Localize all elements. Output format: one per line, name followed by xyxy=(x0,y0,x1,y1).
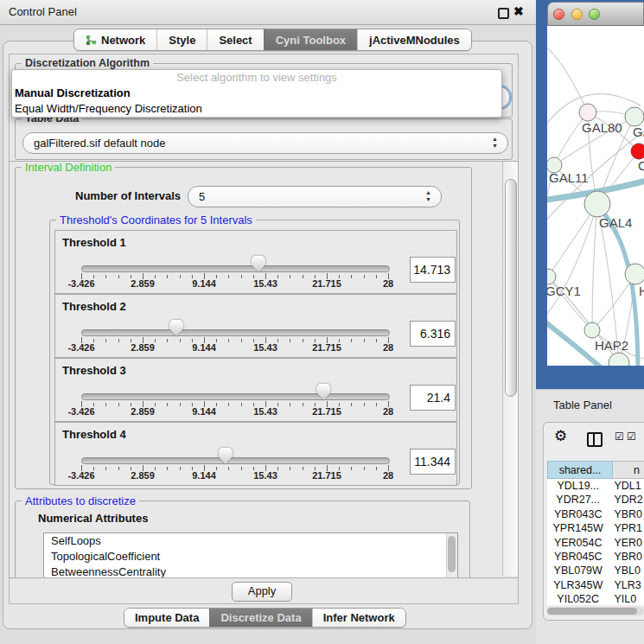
scrollbar-thumb[interactable] xyxy=(505,179,517,397)
dropdown-option-1[interactable]: Equal Width/Frequency Discretization xyxy=(12,101,501,117)
attribute-item[interactable]: BetweennessCentrality xyxy=(44,564,457,578)
tab-label: Style xyxy=(169,34,195,47)
tab-infer-network[interactable]: Infer Network xyxy=(312,609,405,627)
tick-mark xyxy=(303,339,303,342)
column-header-0[interactable]: shared... xyxy=(547,461,613,479)
attribute-item[interactable]: SelfLoops xyxy=(44,533,457,549)
zoom-traffic-light-icon[interactable] xyxy=(589,9,600,20)
numerical-attributes-list[interactable]: SelfLoopsTopologicalCoefficientBetweenne… xyxy=(43,532,458,578)
table-panel: ⚙ ☑ ☑ shared...n YDL19...YDL1YDR27...YDR… xyxy=(543,422,644,621)
table-row[interactable]: YDR27...YDR2 xyxy=(547,493,644,507)
table-header-row: shared...n xyxy=(547,461,644,479)
number-of-intervals-combobox[interactable]: 5 ▲▼ xyxy=(188,186,442,207)
tab-jactivemnodules[interactable]: jActiveMNodules xyxy=(357,29,471,50)
tab-select[interactable]: Select xyxy=(207,29,263,50)
tick-label: 28 xyxy=(383,342,393,353)
threshold-value-field[interactable]: 6.316 xyxy=(410,321,456,347)
tab-label: Discretize Data xyxy=(220,611,301,624)
threshold-panel: Threshold 4 -3.4262.8599.14415.4321.7152… xyxy=(54,422,457,486)
tick-label: 15.43 xyxy=(253,342,277,353)
threshold-value-field[interactable]: 14.713 xyxy=(410,257,456,283)
table-cell: YDR27... xyxy=(547,493,609,507)
tick-mark xyxy=(105,467,106,470)
network-node-h[interactable] xyxy=(625,264,644,284)
interval-definition-group-title: Interval Definition xyxy=(22,161,115,174)
checked-checkbox-icon[interactable]: ☑ xyxy=(627,430,636,443)
close-icon[interactable]: ✖ xyxy=(513,4,524,18)
gear-icon[interactable]: ⚙ xyxy=(554,427,567,445)
network-node-gal80[interactable] xyxy=(579,104,596,121)
network-node-ga[interactable] xyxy=(625,107,644,126)
attributes-group-title: Attributes to discretize xyxy=(22,494,139,507)
table-row[interactable]: YPR145WYPR1 xyxy=(547,521,644,535)
threshold-value-field[interactable]: 21.4 xyxy=(410,385,456,411)
network-node[interactable] xyxy=(609,353,629,366)
network-node-gcy1[interactable] xyxy=(547,269,556,284)
attributes-scrollbar[interactable] xyxy=(446,533,457,578)
table-cell: YPR1 xyxy=(609,521,644,535)
attribute-item[interactable]: TopologicalCoefficient xyxy=(44,549,457,564)
control-panel: Control Panel ✖ NetworkStyleSelectCyni T… xyxy=(0,0,536,644)
combobox-arrows-icon: ▲▼ xyxy=(491,136,499,150)
table-row[interactable]: YBR045CYBR0 xyxy=(547,550,644,564)
table-row[interactable]: YIL052CYIL0 xyxy=(547,592,644,605)
threshold-slider-track[interactable] xyxy=(81,265,390,272)
dropdown-placeholder-option[interactable]: Select algorithm to view settings xyxy=(12,70,501,86)
network-window-titlebar[interactable] xyxy=(547,2,644,26)
table-row[interactable]: YBL079WYBL0 xyxy=(547,564,644,577)
threshold-slider-handle[interactable] xyxy=(219,448,233,464)
float-window-icon[interactable] xyxy=(498,8,509,19)
network-node-gal4[interactable] xyxy=(584,191,610,217)
table-cell: YIL0 xyxy=(609,592,644,605)
network-node-c[interactable] xyxy=(631,143,644,159)
table-row[interactable]: YDL19...YDL1 xyxy=(547,479,644,493)
tick-mark xyxy=(155,339,156,342)
close-traffic-light-icon[interactable] xyxy=(553,9,564,20)
threshold-slider-handle[interactable] xyxy=(252,256,265,272)
threshold-slider-track[interactable] xyxy=(81,329,390,336)
threshold-value-field[interactable]: 11.344 xyxy=(410,449,456,475)
table-row[interactable]: YBR043CYBR0 xyxy=(547,507,644,521)
tick-label: 15.43 xyxy=(253,470,277,481)
scrollbar-thumb[interactable] xyxy=(547,608,637,615)
tick-mark xyxy=(376,339,377,342)
tick-mark xyxy=(277,275,278,278)
checked-checkbox-icon[interactable]: ☑ xyxy=(615,430,624,443)
threshold-slider-track[interactable] xyxy=(81,393,390,400)
tab-network[interactable]: Network xyxy=(74,29,156,50)
thresholds-group: Threshold's Coordinates for 5 Intervals … xyxy=(49,220,460,485)
minimize-traffic-light-icon[interactable] xyxy=(571,9,583,20)
table-cell: YER0 xyxy=(609,536,644,550)
split-columns-icon[interactable] xyxy=(587,432,603,447)
tick-mark xyxy=(351,339,352,342)
dropdown-option-0[interactable]: Manual Discretization xyxy=(12,86,501,101)
tick-mark xyxy=(180,403,181,406)
tab-style[interactable]: Style xyxy=(156,29,207,50)
table-cell: YLR345W xyxy=(547,578,609,592)
table-row[interactable]: YER054CYER0 xyxy=(547,536,644,550)
tab-cyni-toolbox[interactable]: Cyni Toolbox xyxy=(264,29,357,50)
apply-button[interactable]: Apply xyxy=(232,582,292,602)
tick-mark xyxy=(105,339,106,342)
tab-impute-data[interactable]: Impute Data xyxy=(124,609,209,627)
table-horizontal-scrollbar[interactable] xyxy=(547,607,644,615)
network-node-hap2[interactable] xyxy=(584,322,600,338)
numerical-attributes-label: Numerical Attributes xyxy=(38,512,148,525)
table-cell: YBL0 xyxy=(609,564,644,577)
tick-label: -3.426 xyxy=(67,342,94,353)
column-header-1[interactable]: n xyxy=(613,461,644,479)
tab-label: jActiveMNodules xyxy=(369,34,460,47)
main-scrollbar[interactable] xyxy=(502,162,518,576)
table-row[interactable]: YLR345WYLR3 xyxy=(547,578,644,592)
threshold-slider-handle[interactable] xyxy=(316,384,330,400)
tick-label: 2.859 xyxy=(131,406,155,417)
threshold-slider-handle[interactable] xyxy=(169,320,183,336)
tab-discretize-data[interactable]: Discretize Data xyxy=(209,609,311,627)
network-canvas[interactable]: GAL80GACGAL11GAL4GCY1HHAP2 xyxy=(547,26,644,366)
tick-mark xyxy=(241,339,242,342)
table-cell: YBR045C xyxy=(547,550,609,564)
scrollbar-thumb[interactable] xyxy=(448,536,456,572)
network-view-window: GAL80GACGAL11GAL4GCY1HHAP2 xyxy=(547,2,644,366)
table-data-combobox[interactable]: galFiltered.sif default node ▲▼ xyxy=(22,132,508,154)
threshold-slider-track[interactable] xyxy=(81,457,390,464)
